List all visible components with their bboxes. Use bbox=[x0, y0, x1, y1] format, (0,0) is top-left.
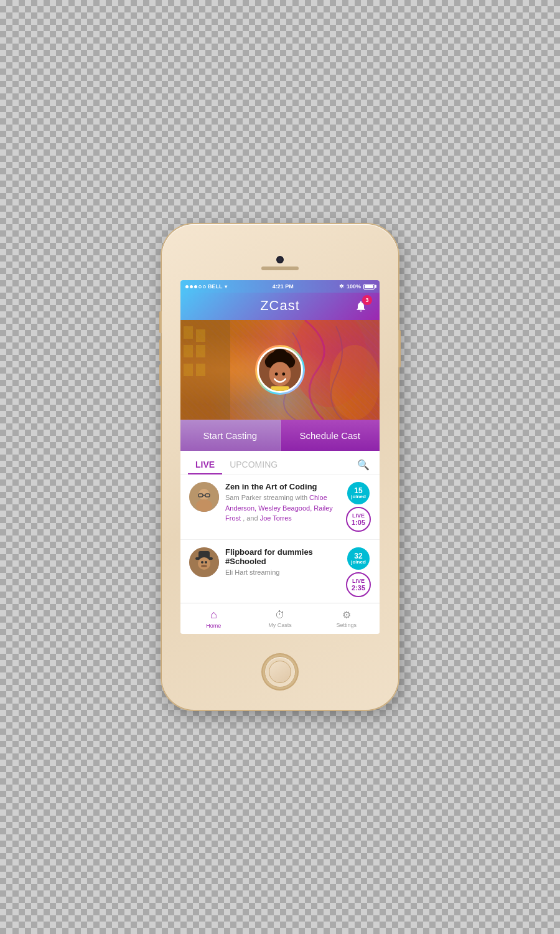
phone-shell: BELL ▾ 4:21 PM ✲ 100% ZCast 3 bbox=[162, 224, 398, 710]
phone-speaker bbox=[261, 267, 299, 270]
settings-icon: ⚙ bbox=[342, 609, 351, 621]
battery-fill bbox=[365, 285, 373, 288]
hero-avatar bbox=[257, 347, 303, 393]
svg-point-29 bbox=[201, 565, 207, 567]
item-content-1: Zen in the Art of Coding Sam Parker stre… bbox=[225, 482, 340, 524]
tabs-bar: LIVE UPCOMING 🔍 bbox=[180, 451, 380, 474]
action-buttons: Start Casting Schedule Cast bbox=[180, 420, 380, 451]
bottom-nav: ⌂ Home ⏱ My Casts ⚙ Settings bbox=[180, 603, 380, 634]
svg-point-28 bbox=[198, 557, 210, 570]
desc-suffix-1: , and bbox=[243, 514, 260, 522]
phone-screen: BELL ▾ 4:21 PM ✲ 100% ZCast 3 bbox=[180, 280, 380, 634]
desc-prefix-1: Sam Parker streaming with bbox=[225, 494, 309, 501]
tab-live[interactable]: LIVE bbox=[188, 456, 222, 474]
svg-point-30 bbox=[201, 561, 203, 564]
live-item-2[interactable]: Flipboard for dummies #Schooled Eli Hart… bbox=[180, 540, 380, 603]
signal-dot-2 bbox=[190, 285, 193, 288]
nav-my-casts[interactable]: ⏱ My Casts bbox=[247, 607, 314, 631]
item-desc-2: Eli Hart streaming bbox=[225, 567, 340, 578]
live-item-1[interactable]: Zen in the Art of Coding Sam Parker stre… bbox=[180, 474, 380, 540]
live-time-badge-2: LIVE 2:35 bbox=[346, 572, 371, 597]
joined-count-2: 32 joined bbox=[347, 547, 370, 570]
signal-dot-3 bbox=[194, 285, 197, 288]
nav-settings[interactable]: ⚙ Settings bbox=[313, 606, 380, 631]
svg-rect-18 bbox=[271, 386, 289, 391]
hero-section bbox=[180, 320, 380, 420]
start-casting-button[interactable]: Start Casting bbox=[180, 420, 281, 451]
signal-dots bbox=[185, 285, 206, 288]
app-header: ZCast 3 bbox=[180, 293, 380, 320]
content-list: Zen in the Art of Coding Sam Parker stre… bbox=[180, 474, 380, 603]
signal-dot-1 bbox=[185, 285, 189, 288]
live-badge-1: 15 joined LIVE 1:05 bbox=[346, 482, 371, 532]
live-time-badge-1: LIVE 1:05 bbox=[346, 507, 371, 532]
app-title: ZCast bbox=[260, 298, 300, 314]
battery-icon bbox=[363, 284, 375, 290]
nav-my-casts-label: My Casts bbox=[268, 622, 292, 628]
svg-point-16 bbox=[275, 372, 278, 375]
hero-avatar-container bbox=[255, 345, 305, 395]
time-display: 4:21 PM bbox=[273, 283, 294, 290]
svg-point-20 bbox=[198, 489, 210, 500]
svg-point-31 bbox=[205, 561, 207, 564]
battery-percent: 100% bbox=[347, 283, 361, 290]
status-left: BELL ▾ bbox=[185, 283, 227, 290]
status-bar: BELL ▾ 4:21 PM ✲ 100% bbox=[180, 280, 380, 293]
nav-home[interactable]: ⌂ Home bbox=[180, 606, 247, 631]
svg-point-17 bbox=[282, 372, 285, 375]
notification-badge: 3 bbox=[362, 295, 372, 305]
status-right: ✲ 100% bbox=[339, 283, 375, 290]
item-title-2: Flipboard for dummies #Schooled bbox=[225, 547, 340, 566]
last-collaborator-1[interactable]: Joe Torres bbox=[260, 514, 292, 522]
home-button-inner bbox=[269, 661, 291, 683]
signal-dot-5 bbox=[203, 285, 206, 288]
item-avatar-1 bbox=[189, 482, 219, 512]
notification-bell[interactable]: 3 bbox=[352, 298, 370, 315]
nav-settings-label: Settings bbox=[336, 622, 357, 628]
item-desc-1: Sam Parker streaming with Chloe Anderson… bbox=[225, 493, 340, 524]
item-title-1: Zen in the Art of Coding bbox=[225, 482, 340, 491]
svg-point-21 bbox=[196, 499, 212, 512]
schedule-cast-button[interactable]: Schedule Cast bbox=[281, 420, 380, 451]
item-content-2: Flipboard for dummies #Schooled Eli Hart… bbox=[225, 547, 340, 578]
bluetooth-icon: ✲ bbox=[339, 283, 344, 290]
hero-background bbox=[180, 320, 380, 420]
live-badge-2: 32 joined LIVE 2:35 bbox=[346, 547, 371, 597]
front-camera bbox=[277, 257, 283, 263]
tab-upcoming[interactable]: UPCOMING bbox=[222, 456, 285, 474]
home-icon: ⌂ bbox=[210, 608, 217, 621]
phone-top bbox=[162, 224, 398, 280]
hero-avatar-ring bbox=[255, 345, 305, 395]
joined-count-1: 15 joined bbox=[347, 482, 370, 504]
wifi-icon: ▾ bbox=[225, 284, 227, 290]
signal-dot-4 bbox=[198, 285, 202, 288]
search-icon[interactable]: 🔍 bbox=[355, 456, 372, 473]
desc-prefix-2: Eli Hart streaming bbox=[225, 568, 279, 576]
item-avatar-2 bbox=[189, 547, 219, 577]
nav-home-label: Home bbox=[206, 623, 221, 629]
carrier-label: BELL bbox=[208, 283, 223, 290]
phone-bottom bbox=[264, 634, 296, 710]
my-casts-icon: ⏱ bbox=[275, 610, 285, 621]
home-button[interactable] bbox=[264, 656, 296, 687]
